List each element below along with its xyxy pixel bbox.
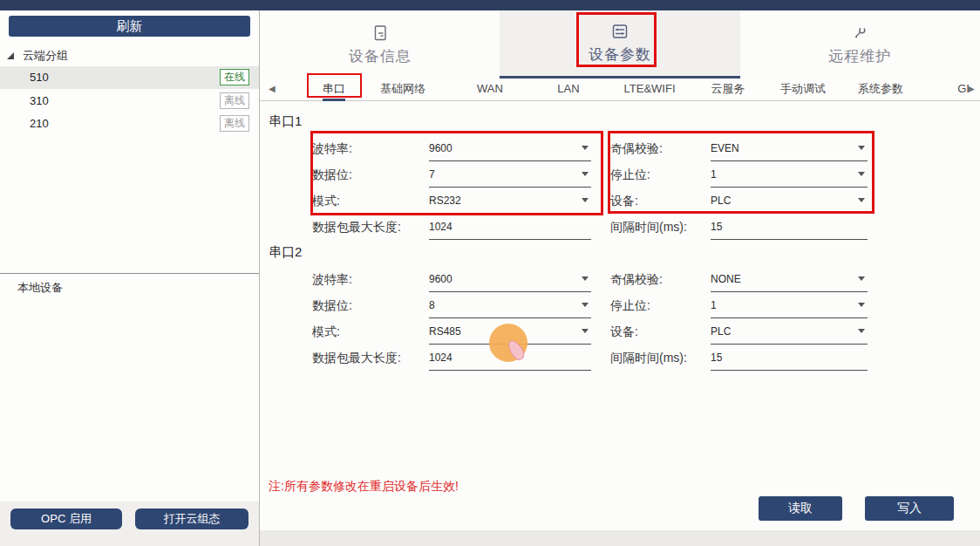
device-name: 310 xyxy=(30,94,49,107)
stopbits1-dropdown[interactable]: 1 xyxy=(711,161,868,188)
subtab-lte-wifi[interactable]: LTE&WIFI xyxy=(624,78,676,101)
tab-label: 设备信息 xyxy=(349,46,412,66)
device-name: 210 xyxy=(30,117,49,130)
section-title-serial1: 串口1 xyxy=(269,113,302,130)
subtab-basic-network[interactable]: 基础网络 xyxy=(380,78,425,101)
field-label: 奇偶校验: xyxy=(610,135,663,161)
field-label: 间隔时间(ms): xyxy=(610,214,687,240)
subtab-manual-debug[interactable]: 手动调试 xyxy=(780,78,826,101)
tree-expand-icon[interactable] xyxy=(7,52,14,59)
chevron-down-icon xyxy=(582,303,589,307)
subtab-serial[interactable]: 串口 xyxy=(323,78,345,101)
device-sidebar: 刷新 云端分组 510 在线 310 离线 210 离线 本地设备 OPC 启用… xyxy=(0,10,260,546)
wrench-icon xyxy=(850,24,869,43)
field-label: 数据位: xyxy=(312,161,352,188)
status-badge-offline: 离线 xyxy=(220,92,249,109)
chevron-down-icon xyxy=(582,329,589,333)
chevron-down-icon xyxy=(858,276,865,281)
tab-label: 设备参数 xyxy=(589,44,651,65)
tab-label: 远程维护 xyxy=(828,46,891,66)
main-panel: 设备信息 设备参数 xyxy=(260,10,980,546)
chevron-down-icon xyxy=(858,303,865,307)
opc-enable-button[interactable]: OPC 启用 xyxy=(10,508,122,529)
refresh-button[interactable]: 刷新 xyxy=(9,16,250,37)
bottom-strip xyxy=(260,530,980,546)
status-badge-online: 在线 xyxy=(220,69,249,85)
tree-group-cloud[interactable]: 云端分组 xyxy=(7,48,68,64)
field-label: 模式: xyxy=(312,318,340,345)
status-badge-offline: 离线 xyxy=(220,115,249,132)
subtab-system-params[interactable]: 系统参数 xyxy=(858,78,903,101)
restart-note: 注:所有参数修改在重启设备后生效! xyxy=(269,479,459,495)
subtab-scroll-left-icon[interactable]: ◀ xyxy=(269,84,276,93)
chevron-down-icon xyxy=(582,198,589,202)
interval1-input[interactable]: 15 xyxy=(711,214,868,240)
field-label: 波特率: xyxy=(312,135,352,161)
subtab-wan[interactable]: WAN xyxy=(477,78,503,101)
section-title-serial2: 串口2 xyxy=(269,244,302,261)
device2-dropdown[interactable]: PLC xyxy=(711,318,868,345)
field-label: 停止位: xyxy=(610,161,650,188)
device-row-510[interactable]: 510 在线 xyxy=(0,66,259,89)
document-icon xyxy=(371,24,390,43)
interval2-input[interactable]: 15 xyxy=(711,345,868,371)
field-label: 数据包最大长度: xyxy=(312,345,401,371)
chevron-down-icon xyxy=(582,172,589,176)
field-label: 波特率: xyxy=(312,266,352,292)
tree-group-label: 云端分组 xyxy=(23,48,68,64)
chevron-down-icon xyxy=(582,146,589,150)
field-label: 设备: xyxy=(610,318,638,345)
subtab-cloud-service[interactable]: 云服务 xyxy=(711,78,745,101)
field-label: 奇偶校验: xyxy=(610,266,663,292)
open-cloud-scada-button[interactable]: 打开云组态 xyxy=(135,508,248,529)
subtab-scroll-right-icon[interactable]: ▶ xyxy=(968,84,975,93)
chevron-down-icon xyxy=(858,172,865,176)
read-button[interactable]: 读取 xyxy=(759,496,842,521)
chevron-down-icon xyxy=(858,146,865,150)
max-packet-length1-input[interactable]: 1024 xyxy=(429,214,591,240)
device1-dropdown[interactable]: PLC xyxy=(711,188,868,214)
subtab-bar: ◀ 串口 基础网络 WAN LAN LTE&WIFI 云服务 手动调试 系统参数… xyxy=(260,78,980,101)
max-packet-length2-input[interactable]: 1024 xyxy=(429,345,591,371)
write-button[interactable]: 写入 xyxy=(865,496,954,521)
field-label: 设备: xyxy=(610,188,638,214)
databits2-dropdown[interactable]: 8 xyxy=(429,292,591,318)
sidebar-divider xyxy=(0,273,259,274)
device-row-210[interactable]: 210 离线 xyxy=(0,113,259,135)
subtab-lan[interactable]: LAN xyxy=(557,78,579,101)
chevron-down-icon xyxy=(858,329,865,333)
field-label: 停止位: xyxy=(610,292,650,318)
mode1-dropdown[interactable]: RS232 xyxy=(429,188,591,214)
parity2-dropdown[interactable]: NONE xyxy=(711,266,868,292)
device-row-310[interactable]: 310 离线 xyxy=(0,90,259,113)
chevron-down-icon xyxy=(858,198,865,202)
databits1-dropdown[interactable]: 7 xyxy=(429,161,591,188)
field-label: 间隔时间(ms): xyxy=(610,345,687,371)
main-tabbar: 设备信息 设备参数 xyxy=(260,10,980,78)
device-name: 510 xyxy=(30,71,49,84)
sidebar-footer: OPC 启用 打开云组态 xyxy=(0,502,259,546)
chevron-down-icon xyxy=(582,276,589,281)
local-devices-label: 本地设备 xyxy=(17,280,63,296)
field-label: 数据包最大长度: xyxy=(312,214,401,240)
tab-remote-maintenance[interactable]: 远程维护 xyxy=(740,10,980,78)
baudrate2-dropdown[interactable]: 9600 xyxy=(429,266,591,292)
field-label: 数据位: xyxy=(312,292,352,318)
field-label: 模式: xyxy=(312,188,340,214)
window-titlebar xyxy=(0,0,980,10)
mode2-dropdown[interactable]: RS485 xyxy=(429,318,591,345)
parity1-dropdown[interactable]: EVEN xyxy=(711,135,868,161)
sliders-icon xyxy=(610,22,630,41)
stopbits2-dropdown[interactable]: 1 xyxy=(711,292,868,318)
tab-device-info[interactable]: 设备信息 xyxy=(260,10,500,78)
app-window: 刷新 云端分组 510 在线 310 离线 210 离线 本地设备 OPC 启用… xyxy=(0,0,980,546)
baudrate1-dropdown[interactable]: 9600 xyxy=(429,135,591,161)
tab-device-parameters[interactable]: 设备参数 xyxy=(500,10,739,78)
